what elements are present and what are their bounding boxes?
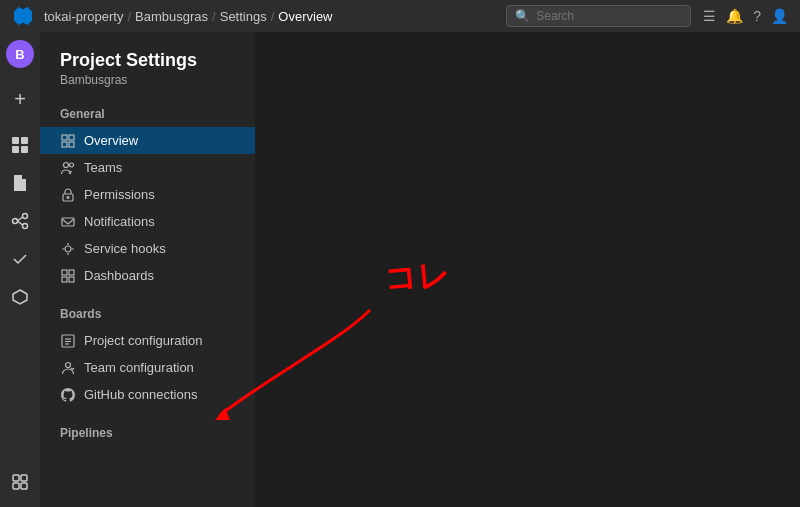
svg-point-18	[64, 162, 69, 167]
search-box[interactable]: 🔍	[506, 5, 691, 27]
svg-rect-24	[62, 270, 67, 275]
page-subtitle: Bambusgras	[60, 73, 235, 87]
overview-icon	[60, 134, 76, 148]
notifications-icon	[60, 215, 76, 229]
test-plans-icon[interactable]	[3, 242, 37, 276]
artifacts-icon[interactable]	[3, 280, 37, 314]
svg-point-4	[13, 219, 18, 224]
teams-icon	[60, 161, 76, 175]
breadcrumb-sep-2: /	[212, 9, 216, 24]
page-title: Project Settings	[60, 50, 235, 71]
section-general: General	[40, 97, 255, 127]
svg-rect-17	[69, 142, 74, 147]
breadcrumb-sep-3: /	[271, 9, 275, 24]
main-content	[255, 32, 800, 507]
svg-marker-9	[13, 290, 27, 304]
svg-rect-10	[13, 475, 19, 481]
nav-item-dashboards-label: Dashboards	[84, 268, 154, 283]
permissions-icon	[60, 188, 76, 202]
service-hooks-icon	[60, 242, 76, 256]
nav-item-teams[interactable]: Teams	[40, 154, 255, 181]
nav-item-permissions-label: Permissions	[84, 187, 155, 202]
svg-point-5	[23, 214, 28, 219]
svg-rect-25	[69, 270, 74, 275]
svg-point-6	[23, 224, 28, 229]
breadcrumb-org[interactable]: tokai-property	[44, 9, 123, 24]
nav-item-team-config-label: Team configuration	[84, 360, 194, 375]
nav-item-github-connections[interactable]: GitHub connections	[40, 381, 255, 408]
svg-rect-1	[21, 137, 28, 144]
breadcrumb-project[interactable]: Bambusgras	[135, 9, 208, 24]
breadcrumb: tokai-property / Bambusgras / Settings /…	[44, 9, 506, 24]
svg-rect-14	[62, 135, 67, 140]
svg-rect-3	[21, 146, 28, 153]
nav-item-overview[interactable]: Overview	[40, 127, 255, 154]
logo-icon[interactable]	[12, 5, 34, 27]
svg-rect-11	[21, 475, 27, 481]
svg-rect-27	[69, 277, 74, 282]
notifications-bell-icon[interactable]: 🔔	[726, 8, 743, 24]
svg-rect-15	[69, 135, 74, 140]
breadcrumb-settings[interactable]: Settings	[220, 9, 267, 24]
nav-item-team-config[interactable]: Team configuration	[40, 354, 255, 381]
dashboards-icon	[60, 269, 76, 283]
add-icon[interactable]: +	[3, 82, 37, 116]
nav-item-project-config[interactable]: Project configuration	[40, 327, 255, 354]
svg-rect-16	[62, 142, 67, 147]
svg-rect-0	[12, 137, 19, 144]
svg-rect-20	[63, 194, 73, 201]
search-input[interactable]	[536, 9, 676, 23]
breadcrumb-sep-1: /	[127, 9, 131, 24]
marketplace-icon[interactable]	[3, 465, 37, 499]
nav-item-notifications[interactable]: Notifications	[40, 208, 255, 235]
user-icon[interactable]: 👤	[771, 8, 788, 24]
settings-icon[interactable]: ☰	[703, 8, 716, 24]
github-icon	[60, 388, 76, 402]
avatar-icon[interactable]: B	[6, 40, 34, 68]
svg-point-32	[66, 362, 71, 367]
nav-item-dashboards[interactable]: Dashboards	[40, 262, 255, 289]
svg-rect-12	[13, 483, 19, 489]
nav-item-notifications-label: Notifications	[84, 214, 155, 229]
svg-rect-13	[21, 483, 27, 489]
svg-line-7	[18, 217, 23, 221]
svg-point-21	[67, 196, 69, 198]
svg-rect-2	[12, 146, 19, 153]
sidebar: Project Settings Bambusgras General Over…	[40, 32, 255, 507]
section-pipelines: Pipelines	[40, 416, 255, 446]
nav-item-project-config-label: Project configuration	[84, 333, 203, 348]
page-header: Project Settings Bambusgras	[40, 32, 255, 97]
boards-icon[interactable]	[3, 128, 37, 162]
svg-point-23	[65, 246, 71, 252]
section-boards: Boards	[40, 297, 255, 327]
activity-bar: B +	[0, 32, 40, 507]
svg-rect-22	[62, 218, 74, 226]
help-icon[interactable]: ?	[753, 8, 761, 24]
nav-item-teams-label: Teams	[84, 160, 122, 175]
svg-point-19	[70, 163, 74, 167]
repos-icon[interactable]	[3, 166, 37, 200]
pipelines-icon[interactable]	[3, 204, 37, 238]
breadcrumb-current: Overview	[278, 9, 332, 24]
top-bar-icons: ☰ 🔔 ? 👤	[703, 8, 788, 24]
project-config-icon	[60, 334, 76, 348]
nav-item-permissions[interactable]: Permissions	[40, 181, 255, 208]
nav-item-service-hooks[interactable]: Service hooks	[40, 235, 255, 262]
team-config-icon	[60, 361, 76, 375]
svg-rect-26	[62, 277, 67, 282]
main-layout: B +	[0, 32, 800, 507]
nav-item-overview-label: Overview	[84, 133, 138, 148]
nav-item-service-hooks-label: Service hooks	[84, 241, 166, 256]
top-bar: tokai-property / Bambusgras / Settings /…	[0, 0, 800, 32]
svg-line-8	[18, 221, 23, 225]
nav-item-github-label: GitHub connections	[84, 387, 197, 402]
search-icon: 🔍	[515, 9, 530, 23]
